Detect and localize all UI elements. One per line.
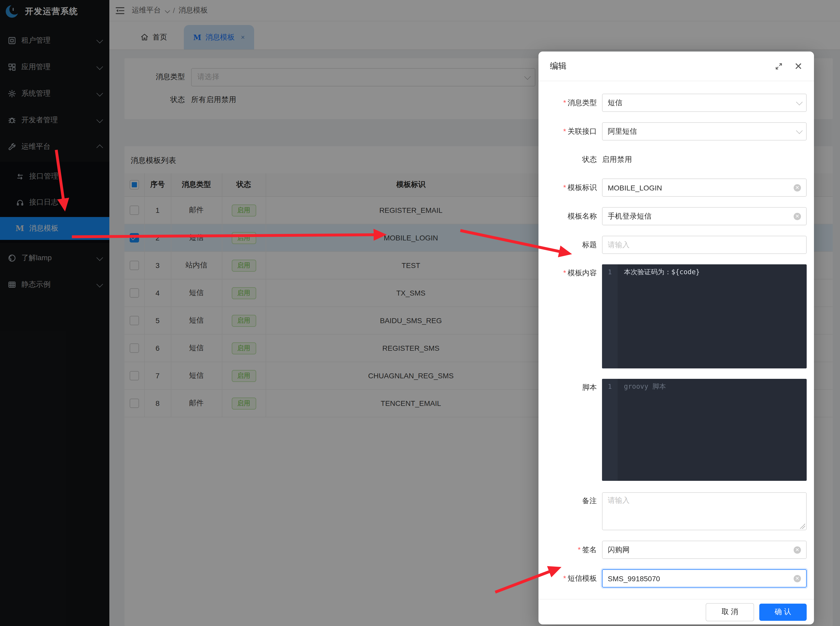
field-label-template-name: 模板名称 <box>539 208 602 225</box>
field-label-sign-name: *签名 <box>539 541 602 558</box>
msg-type-select[interactable]: 短信 <box>602 94 807 112</box>
template-name-input[interactable]: 手机登录短信 ✕ <box>602 207 807 225</box>
dialog-header: 编辑 ✕ <box>539 52 814 81</box>
editor-placeholder-line: groovy 脚本 <box>618 379 672 481</box>
field-label-msg-type: *消息类型 <box>539 94 602 111</box>
dialog-title: 编辑 <box>550 61 763 72</box>
dialog-footer: 取 消 确 认 <box>539 599 814 624</box>
clear-icon[interactable]: ✕ <box>794 546 801 553</box>
close-icon[interactable]: ✕ <box>794 61 802 71</box>
template-content-editor[interactable]: 1 本次验证码为：${code} <box>602 264 807 368</box>
clear-icon[interactable]: ✕ <box>794 213 801 220</box>
status-option-enabled[interactable]: 启用 <box>602 155 617 163</box>
status-radio-group: 启用禁用 <box>602 151 632 168</box>
field-label-title: 标题 <box>539 236 602 254</box>
remark-textarea[interactable]: 请输入 <box>602 492 807 530</box>
fullscreen-icon[interactable] <box>775 62 783 70</box>
resize-handle[interactable] <box>800 523 805 529</box>
dialog-body: *消息类型 短信 *关联接口 阿里短信 状态 启用禁用 *模板标识 <box>539 81 814 599</box>
script-editor[interactable]: 1 groovy 脚本 <box>602 379 807 481</box>
status-option-disabled[interactable]: 禁用 <box>617 155 632 163</box>
template-code-input[interactable]: MOBILE_LOGIN ✕ <box>602 178 807 197</box>
field-label-script: 脚本 <box>539 379 602 396</box>
field-label-remark: 备注 <box>539 492 602 509</box>
title-input[interactable]: 请输入 <box>602 236 807 254</box>
chevron-down-icon <box>796 99 802 105</box>
field-label-sms-template: *短信模板 <box>539 570 602 587</box>
edit-dialog: 编辑 ✕ *消息类型 短信 *关联接口 阿里短信 <box>539 52 814 624</box>
chevron-down-icon <box>796 127 802 134</box>
clear-icon[interactable]: ✕ <box>794 575 801 582</box>
confirm-button[interactable]: 确 认 <box>759 603 807 621</box>
related-api-select[interactable]: 阿里短信 <box>602 122 807 141</box>
field-label-related-api: *关联接口 <box>539 123 602 140</box>
editor-line-number: 1 <box>602 379 618 481</box>
app-root: 开发运营系统 租户管理 应用管理 系统管理 <box>0 0 840 626</box>
sign-name-input[interactable]: 闪购网 ✕ <box>602 541 807 559</box>
sms-template-input[interactable]: SMS_99185070 ✕ <box>602 569 807 587</box>
editor-line-number: 1 <box>602 264 618 368</box>
field-label-template-content: *模板内容 <box>539 264 602 282</box>
field-label-template-code: *模板标识 <box>539 179 602 196</box>
field-label-status: 状态 <box>539 151 602 168</box>
editor-code-line: 本次验证码为：${code} <box>618 264 706 368</box>
clear-icon[interactable]: ✕ <box>794 184 801 191</box>
cancel-button[interactable]: 取 消 <box>706 603 754 621</box>
